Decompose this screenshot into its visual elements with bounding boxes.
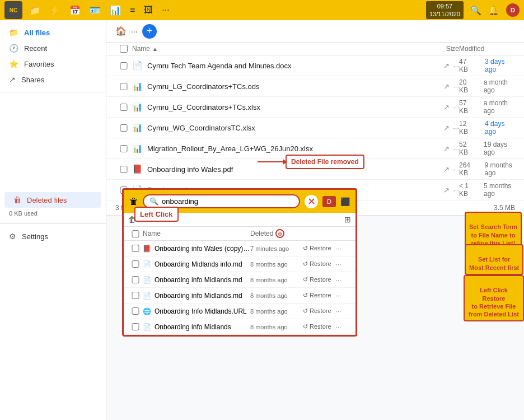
row-more-icon[interactable]: ··· (336, 292, 341, 300)
avatar[interactable]: D (506, 3, 520, 17)
row-checkbox[interactable] (115, 62, 132, 69)
calendar-icon[interactable]: 📅 (69, 5, 81, 16)
file-name[interactable]: 📄 Cymru Tech Team Agenda and Minutes.doc… (132, 60, 414, 71)
share-file-icon[interactable]: ↗ (443, 124, 450, 132)
row-more-icon[interactable]: ··· (336, 307, 341, 315)
search-close-icon[interactable]: ✕ (305, 195, 318, 208)
share-file-icon[interactable]: ↗ (443, 82, 450, 91)
deleted-row-checkbox[interactable] (128, 276, 143, 283)
list-icon[interactable]: ≡ (130, 5, 135, 15)
row-checkbox[interactable] (115, 124, 132, 132)
more-file-icon[interactable]: ··· (453, 124, 459, 132)
row-more-icon[interactable]: ··· (336, 276, 341, 284)
file-modified: 19 days ago (484, 141, 515, 156)
share-file-icon[interactable]: ↗ (443, 165, 450, 174)
deleted-file-name[interactable]: 📕 Onboarding info Wales (copy).pdf (143, 245, 250, 253)
deleted-file-name[interactable]: 📄 Onboarding info Midlands.md (143, 276, 250, 284)
notification-icon[interactable]: 🔔 (488, 5, 499, 16)
more-options-icon[interactable]: ··· (131, 27, 138, 36)
search-input[interactable] (162, 197, 293, 206)
restore-button[interactable]: ↺ Restore (301, 322, 334, 332)
file-modified: a month ago (484, 78, 515, 94)
clock: 09:57 13/11/2020 (426, 1, 464, 20)
share-file-icon[interactable]: ↗ (443, 62, 450, 70)
more-file-icon[interactable]: ··· (453, 82, 459, 91)
deleted-file-name[interactable]: 🌐 Onboarding Info Midlands.URL (143, 307, 250, 315)
restore-button[interactable]: ↺ Restore (301, 291, 334, 300)
deleted-file-name[interactable]: 📄 Onboarding info Midlands (143, 323, 250, 331)
file-modified: 3 days ago (485, 58, 515, 73)
image-icon[interactable]: 🖼 (144, 5, 153, 15)
panel-more-icon[interactable]: ⬛ (340, 197, 350, 206)
deleted-row-actions: 8 months ago (250, 324, 301, 330)
table-row: 📊 Cymru_WG_CoordinatorsTC.xlsx ↗ ··· 12 … (106, 118, 524, 138)
folder-icon[interactable]: 📁 (29, 5, 40, 16)
more-file-icon[interactable]: ··· (453, 144, 459, 153)
grid-view-icon[interactable]: ⊞ (344, 215, 351, 224)
row-more-icon[interactable]: ··· (336, 245, 341, 253)
deleted-row-checkbox[interactable] (128, 245, 143, 252)
toolbar-icons: 📁 ⚡ 📅 🪪 📊 ≡ 🖼 ··· (29, 5, 170, 16)
deleted-row-checkbox[interactable] (128, 260, 143, 268)
more-file-icon[interactable]: ··· (453, 103, 459, 111)
file-name[interactable]: 📊 Cymru_WG_CoordinatorsTC.xlsx (132, 123, 414, 133)
file-name[interactable]: 📊 Cymru_LG_Coordinators+TCs.xlsx (132, 102, 414, 112)
file-name[interactable]: 📕 Onboarding info Wales.pdf (132, 164, 414, 174)
file-name[interactable]: 📊 Migration_Rollout_By_Area_LG+WG_26Jun2… (132, 143, 414, 153)
id-card-icon[interactable]: 🪪 (90, 5, 101, 16)
restore-button[interactable]: ↺ Restore (301, 244, 334, 253)
sidebar-item-favorites[interactable]: ⭐ Favorites (0, 56, 106, 72)
restore-button[interactable]: ↺ Restore (301, 259, 334, 269)
more-file-icon[interactable]: ··· (453, 186, 459, 194)
sidebar-label-recent: Recent (24, 44, 47, 53)
deleted-time: 8 months ago (250, 308, 288, 315)
lightning-icon[interactable]: ⚡ (49, 5, 60, 16)
bar-chart-icon[interactable]: 📊 (110, 5, 121, 16)
home-icon[interactable]: 🏠 (115, 26, 127, 36)
sidebar-item-settings[interactable]: ⚙ Settings (0, 228, 106, 244)
share-icon: ↗ (9, 75, 16, 84)
share-file-icon[interactable]: ↗ (443, 144, 450, 153)
row-checkbox[interactable] (115, 145, 132, 152)
add-button[interactable]: + (142, 24, 157, 39)
deleted-file-icon: 🌐 (143, 307, 151, 315)
deleted-list-header: Name Deleted ⊕ (124, 227, 355, 241)
row-checkbox[interactable] (115, 104, 132, 111)
set-list-box: Set List for Most Recent first (465, 244, 523, 275)
deleted-row-checkbox[interactable] (128, 307, 143, 315)
row-more-icon[interactable]: ··· (336, 323, 341, 331)
filter-button[interactable]: D (322, 196, 336, 207)
share-file-icon[interactable]: ↗ (443, 186, 450, 194)
row-checkbox[interactable] (115, 166, 132, 173)
deleted-file-icon: 📄 (143, 260, 151, 268)
more-icon[interactable]: ··· (162, 5, 169, 15)
left-click-annotation: Left Click (134, 207, 179, 222)
file-name[interactable]: 📊 Cymru_LG_Coordinators+TCs.ods (132, 81, 414, 91)
restore-button[interactable]: ↺ Restore (301, 306, 334, 316)
sort-circle-icon[interactable]: ⊕ (275, 229, 284, 238)
deleted-file-name[interactable]: 📄 Onboarding Midlands info.md (143, 260, 250, 268)
row-more-icon[interactable]: ··· (336, 260, 341, 268)
deleted-row: 📕 Onboarding info Wales (copy).pdf 7 min… (124, 241, 355, 256)
file-type-icon: 📕 (132, 164, 143, 174)
file-size: 20 KB (459, 78, 475, 94)
app-logo[interactable]: NC (4, 1, 22, 19)
search-icon[interactable]: 🔍 (470, 5, 481, 16)
more-file-icon[interactable]: ··· (453, 62, 459, 70)
sidebar-item-shares[interactable]: ↗ Shares (0, 72, 106, 87)
sidebar-item-allfiles[interactable]: 📁 All files (0, 25, 106, 40)
deleted-row-checkbox[interactable] (128, 323, 143, 330)
more-file-icon[interactable]: ··· (453, 165, 459, 174)
share-file-icon[interactable]: ↗ (443, 103, 450, 111)
star-icon: ⭐ (9, 59, 18, 68)
panel-trash-icon: 🗑 (129, 197, 138, 207)
sidebar-item-deleted[interactable]: 🗑 Deleted files (4, 192, 101, 208)
deleted-row: 🌐 Onboarding Info Midlands.URL 8 months … (124, 304, 355, 319)
sidebar-item-recent[interactable]: 🕐 Recent (0, 40, 106, 56)
deleted-row-checkbox[interactable] (128, 292, 143, 299)
select-all-checkbox[interactable] (115, 45, 132, 53)
deleted-file-name[interactable]: 📄 Onboarding info Midlands.md (143, 292, 250, 300)
select-all-deleted-checkbox[interactable] (128, 230, 143, 237)
row-checkbox[interactable] (115, 83, 132, 90)
restore-button[interactable]: ↺ Restore (301, 275, 334, 284)
